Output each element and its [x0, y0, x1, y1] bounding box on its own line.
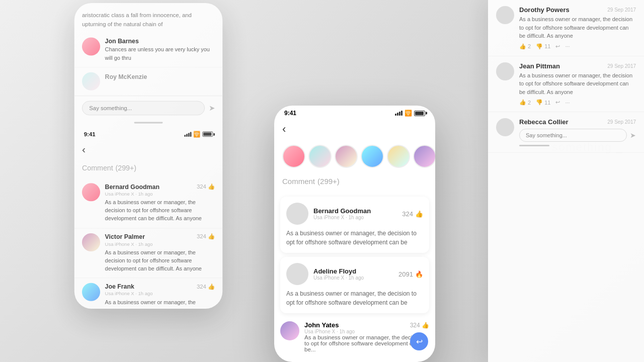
say-bar: ➤	[519, 129, 636, 142]
like-count: 324 👍	[410, 322, 429, 329]
comment-meta: Bernard Goodman 324 👍	[105, 183, 215, 190]
comment-text: Chances are unless you are very lucky yo…	[105, 46, 215, 62]
story-circle[interactable]	[308, 145, 332, 168]
comment-content: Jean Pittman 29 Sep 2017 As a business o…	[519, 62, 636, 106]
card-meta: Bernard Goodman Usa iPhone X · 1h ago 32…	[286, 203, 423, 225]
dislike-action[interactable]: 👎 11	[536, 43, 550, 50]
comment-content: John Yates 324 👍 Usa iPhone X · 1h ago A…	[304, 321, 429, 352]
comment-submeta: Usa iPhone X · 1h ago	[105, 291, 215, 296]
comment-meta: Victor Palmer 324 👍	[105, 233, 215, 240]
like-count: 324 👍	[197, 184, 215, 190]
story-circle[interactable]	[361, 145, 384, 168]
status-icons: 🛜	[184, 131, 213, 137]
commenter-name: Adeline Floyd	[313, 267, 364, 275]
like-count: 324 👍	[197, 233, 215, 240]
comment-content: Rebecca Collier 29 Sep 2017 ➤	[519, 118, 636, 146]
panel-comment: Dorothy Powers 29 Sep 2017 As a business…	[488, 0, 644, 56]
comment-card: Bernard Goodman Usa iPhone X · 1h ago 32…	[280, 197, 429, 253]
battery-icon	[202, 132, 213, 137]
name-row: Rebecca Collier 29 Sep 2017	[519, 118, 636, 126]
story-circle[interactable]	[413, 145, 435, 168]
avatar	[496, 62, 514, 80]
comment-date: 29 Sep 2017	[607, 63, 636, 69]
signal-bars	[184, 132, 191, 137]
avatar	[286, 203, 308, 225]
panel-right: Dorothy Powers 29 Sep 2017 As a business…	[488, 0, 644, 362]
comment-text: As a business owner or manager, the deci…	[519, 15, 636, 40]
comment-content: Dorothy Powers 29 Sep 2017 As a business…	[519, 6, 636, 50]
avatar	[82, 233, 100, 251]
status-bar: 9:41 🛜	[74, 127, 223, 140]
avatar	[496, 6, 514, 24]
panel-comment: Rebecca Collier 29 Sep 2017 ➤	[488, 112, 644, 153]
commenter-name: Rebecca Collier	[519, 118, 569, 126]
story-circle[interactable]	[335, 145, 358, 168]
comment-submeta: Usa iPhone X · 1h ago	[313, 275, 364, 281]
comment-text: As a business owner or manager, the deci…	[105, 248, 215, 273]
card-info: Bernard Goodman Usa iPhone X · 1h ago	[313, 207, 371, 220]
battery-icon	[414, 111, 425, 116]
comment-submeta: Usa iPhone X · 1h ago	[105, 241, 215, 246]
avatar	[286, 263, 308, 285]
avatar	[280, 321, 299, 340]
commenter-name: Bernard Goodman	[313, 207, 371, 215]
list-item: Victor Palmer 324 👍 Usa iPhone X · 1h ag…	[74, 228, 223, 279]
comment-actions: 👍 2 👎 11 ↩ ···	[519, 99, 636, 106]
back-button[interactable]: ‹	[274, 119, 435, 140]
status-bar: 9:41 🛜	[274, 106, 435, 119]
more-action[interactable]: ···	[565, 43, 570, 49]
name-row: Dorothy Powers 29 Sep 2017	[519, 6, 636, 14]
like-count: 2091 🔥	[398, 270, 423, 278]
commenter-name: Joe Frank	[105, 283, 134, 290]
wifi-icon: 🛜	[405, 110, 412, 117]
commenter-name: Roy McKenzie	[105, 73, 147, 80]
commenter-name: Jean Pittman	[519, 62, 560, 70]
card-meta: Adeline Floyd Usa iPhone X · 1h ago 2091…	[286, 263, 423, 285]
signal-bars	[395, 111, 403, 116]
like-action[interactable]: 👍 2	[519, 43, 531, 50]
list-item: Joe Frank 324 👍 Usa iPhone X · 1h ago As…	[74, 279, 223, 309]
fire-icon: 🔥	[415, 270, 423, 278]
status-icons: 🛜	[395, 110, 425, 117]
more-action[interactable]: ···	[565, 100, 570, 106]
comment-content: Jon Barnes Chances are unless you are ve…	[105, 38, 215, 62]
commenter-name: Jon Barnes	[105, 38, 139, 45]
bottom-comment: John Yates 324 👍 Usa iPhone X · 1h ago A…	[274, 317, 435, 356]
like-count: 324 👍	[402, 210, 423, 218]
like-count: 324 👍	[197, 284, 215, 290]
comment-meta: John Yates 324 👍	[304, 321, 429, 329]
comment-meta: Jon Barnes	[105, 38, 215, 45]
comment-header: Comment (299+)	[74, 159, 223, 178]
card-info: Adeline Floyd Usa iPhone X · 1h ago	[313, 267, 364, 281]
comment-submeta: Usa iPhone X · 1h ago	[105, 191, 215, 196]
comment-header: Comment (299+)	[274, 173, 435, 193]
story-circle[interactable]	[282, 145, 305, 168]
say-something-input[interactable]	[519, 129, 627, 142]
say-something-input[interactable]	[82, 101, 205, 116]
like-action[interactable]: 👍 2	[519, 99, 531, 106]
partial-text: aristocratic class a fall from innocence…	[74, 3, 223, 33]
comment-submeta: Usa iPhone X · 1h ago	[304, 329, 429, 334]
story-circle[interactable]	[387, 145, 410, 168]
commenter-name: Victor Palmer	[105, 233, 145, 240]
back-button[interactable]: ‹	[74, 140, 223, 160]
send-icon[interactable]: ➤	[209, 104, 215, 113]
reply-button[interactable]: ↩	[410, 332, 428, 350]
phone-left: aristocratic class a fall from innocence…	[74, 3, 223, 309]
dislike-action[interactable]: 👎 11	[536, 99, 550, 106]
avatar	[496, 118, 514, 136]
reply-action[interactable]: ↩	[555, 43, 560, 50]
list-item: Jon Barnes Chances are unless you are ve…	[74, 33, 223, 67]
comment-content: Roy McKenzie	[105, 72, 215, 90]
comment-text: As a business owner or manager, the deci…	[286, 289, 423, 307]
say-something-bar: ➤	[74, 96, 223, 120]
stories-row: 179	[274, 140, 435, 173]
send-icon[interactable]: ➤	[630, 131, 636, 139]
comment-date: 29 Sep 2017	[607, 119, 636, 125]
comment-date: 29 Sep 2017	[607, 7, 636, 13]
reply-action[interactable]: ↩	[555, 99, 560, 106]
avatar	[82, 72, 100, 90]
comment-actions: 👍 2 👎 11 ↩ ···	[519, 43, 636, 50]
status-time: 9:41	[284, 110, 296, 117]
comment-content: Bernard Goodman 324 👍 Usa iPhone X · 1h …	[105, 183, 215, 223]
